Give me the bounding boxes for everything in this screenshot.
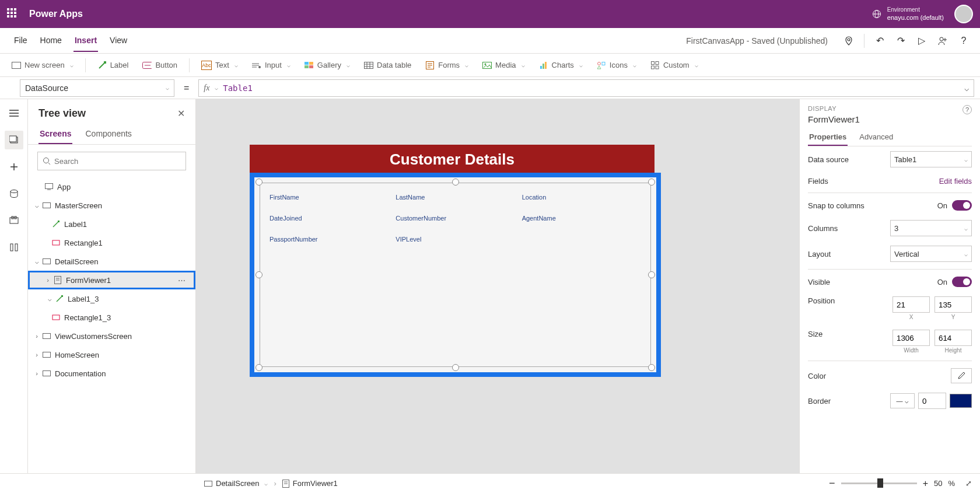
svg-rect-16 <box>309 62 313 65</box>
tree-node-detailscreen[interactable]: ⌵DetailScreen <box>28 252 195 271</box>
form-field[interactable]: DateJoined <box>266 212 392 233</box>
size-height-input[interactable] <box>935 330 972 346</box>
border-width-input[interactable] <box>918 393 946 409</box>
icons-button[interactable]: Icons⌵ <box>591 57 642 74</box>
selection-handle[interactable] <box>256 271 262 278</box>
tree-label: Documentation <box>55 369 106 378</box>
play-button[interactable]: ▷ <box>912 32 931 50</box>
tree-node-rectangle1[interactable]: Rectangle1 <box>28 233 195 252</box>
panel-help-icon[interactable]: ? <box>963 105 972 114</box>
hamburger-button[interactable] <box>5 104 23 123</box>
tab-home[interactable]: Home <box>39 30 63 52</box>
tab-screens[interactable]: Screens <box>38 124 72 144</box>
color-picker-button[interactable] <box>951 368 972 383</box>
form-field[interactable]: CustomerNumber <box>392 212 518 233</box>
close-panel-button[interactable]: ✕ <box>177 108 185 119</box>
breadcrumb-control[interactable]: FormViewer1 <box>282 479 338 488</box>
help-button[interactable]: ? <box>954 32 973 50</box>
tree-node-formviewer1[interactable]: ›FormViewer1⋯ <box>28 271 195 289</box>
app-checker-icon[interactable] <box>839 32 858 50</box>
text-button[interactable]: AbcText⌵ <box>195 57 244 74</box>
form-field[interactable]: FirstName <box>266 191 392 212</box>
tree-node-label1[interactable]: Label1 <box>28 215 195 233</box>
border-color-chip[interactable] <box>950 394 972 408</box>
button-button[interactable]: Button <box>136 57 183 74</box>
tree-node-app[interactable]: App <box>28 177 195 196</box>
tab-insert[interactable]: Insert <box>74 30 98 52</box>
zoom-in-button[interactable]: + <box>923 478 928 489</box>
visible-toggle[interactable] <box>952 277 972 287</box>
svg-rect-38 <box>656 66 659 69</box>
media-rail-button[interactable] <box>5 211 23 230</box>
zoom-out-button[interactable]: − <box>829 477 835 489</box>
datasource-dropdown[interactable]: Table1⌵ <box>890 151 972 167</box>
canvas-area[interactable]: Customer Details FirstName LastName Loca… <box>196 99 799 473</box>
tab-file[interactable]: File <box>13 30 29 52</box>
forms-button[interactable]: Forms⌵ <box>419 57 474 74</box>
snap-toggle[interactable] <box>952 200 972 211</box>
form-field[interactable]: LastName <box>392 191 518 212</box>
gallery-button[interactable]: Gallery⌵ <box>299 57 356 74</box>
tree-node-viewcustomers[interactable]: ›ViewCustomersScreen <box>28 327 195 345</box>
insert-rail-button[interactable] <box>5 158 23 176</box>
environment-picker[interactable]: Environment enayu.com (default) <box>887 6 944 22</box>
data-table-button[interactable]: Data table <box>358 57 417 74</box>
tree-node-label1-3[interactable]: ⌵Label1_3⋯ <box>28 289 195 308</box>
data-rail-button[interactable] <box>5 184 23 203</box>
position-y-input[interactable] <box>935 296 972 313</box>
tab-components[interactable]: Components <box>84 124 132 144</box>
share-button[interactable] <box>933 32 952 50</box>
columns-dropdown[interactable]: 3⌵ <box>890 220 972 236</box>
form-field[interactable]: AgentName <box>519 212 645 233</box>
tools-rail-button[interactable] <box>5 238 23 257</box>
more-button[interactable]: ⋯ <box>174 276 189 285</box>
selection-handle[interactable] <box>648 179 655 186</box>
new-screen-button[interactable]: New screen⌵ <box>6 57 79 74</box>
svg-rect-72 <box>205 481 212 486</box>
tree-search[interactable] <box>37 152 186 170</box>
custom-button[interactable]: Custom⌵ <box>645 57 704 74</box>
edit-fields-link[interactable]: Edit fields <box>939 177 972 186</box>
size-width-input[interactable] <box>892 330 930 346</box>
tree-node-homescreen[interactable]: ›HomeScreen <box>28 345 195 364</box>
tab-view[interactable]: View <box>108 30 128 52</box>
tree-node-masterscreen[interactable]: ⌵MasterScreen <box>28 196 195 215</box>
undo-button[interactable]: ↶ <box>870 32 889 50</box>
expand-formula-icon[interactable]: ⌵ <box>964 83 969 93</box>
form-field[interactable]: Location <box>519 191 645 212</box>
tree-node-rectangle1-3[interactable]: Rectangle1_3 <box>28 308 195 327</box>
selection-handle[interactable] <box>648 271 655 278</box>
redo-button[interactable]: ↷ <box>891 32 910 50</box>
user-avatar[interactable] <box>954 5 973 23</box>
tree-search-input[interactable] <box>54 157 181 166</box>
selection-handle[interactable] <box>452 364 459 371</box>
formula-input[interactable]: fx ⌵ Table1 ⌵ <box>198 79 974 97</box>
tree-node-documentation[interactable]: ›Documentation <box>28 364 195 383</box>
media-button[interactable]: Media⌵ <box>477 57 530 74</box>
input-button[interactable]: Input⌵ <box>246 57 296 74</box>
border-style-dropdown[interactable]: — ⌵ <box>890 393 915 408</box>
waffle-icon[interactable] <box>7 8 19 20</box>
tree-label: ViewCustomersScreen <box>55 332 132 341</box>
selection-handle[interactable] <box>256 364 262 371</box>
layout-dropdown[interactable]: Vertical⌵ <box>890 246 972 262</box>
tree-view-button[interactable] <box>5 131 23 149</box>
selection-handle[interactable] <box>452 179 459 186</box>
tab-advanced[interactable]: Advanced <box>858 129 894 146</box>
form-viewer-control[interactable]: FirstName LastName Location DateJoined C… <box>250 173 661 377</box>
text-label: Text <box>215 61 229 69</box>
selection-handle[interactable] <box>648 364 655 371</box>
form-field[interactable]: PassportNumber <box>266 233 392 254</box>
property-dropdown[interactable]: DataSource ⌵ <box>20 79 174 97</box>
label-button[interactable]: Label <box>92 57 135 74</box>
zoom-slider[interactable] <box>841 482 917 484</box>
charts-button[interactable]: Charts⌵ <box>533 57 589 74</box>
breadcrumb-screen[interactable]: DetailScreen ⌵ <box>204 479 268 488</box>
form-field[interactable]: VIPLevel <box>392 233 518 254</box>
fit-screen-button[interactable]: ⤢ <box>965 479 972 488</box>
position-x-input[interactable] <box>892 296 930 313</box>
selection-handle[interactable] <box>256 179 262 186</box>
screen-canvas[interactable]: Customer Details FirstName LastName Loca… <box>250 145 654 378</box>
svg-point-14 <box>258 66 261 68</box>
tab-properties[interactable]: Properties <box>808 129 848 146</box>
